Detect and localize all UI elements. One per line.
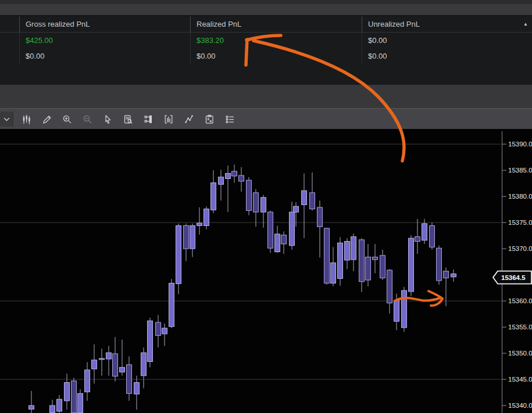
- candle-body-up: [211, 183, 216, 210]
- candle: [148, 318, 153, 368]
- panel-title-bar: [0, 4, 532, 16]
- chart-panel-header: [0, 85, 532, 108]
- table-row[interactable]: $425.00$383.20$0.00: [0, 33, 532, 48]
- candle: [127, 357, 132, 401]
- object-list-button[interactable]: [222, 112, 237, 127]
- chart-canvas[interactable]: 15390.015385.015380.015375.015370.015360…: [0, 129, 532, 413]
- candle: [324, 228, 330, 285]
- candle: [141, 347, 147, 388]
- script-formula-button[interactable]: [202, 112, 217, 127]
- axis-tick-label: 15385.0: [508, 167, 532, 174]
- table-gutter: [0, 16, 19, 32]
- polyline-tool-button[interactable]: [181, 112, 197, 127]
- candle: [72, 378, 77, 413]
- candle: [176, 224, 181, 295]
- window-top-strip: [0, 0, 532, 4]
- candle-body-down: [253, 193, 259, 212]
- candle-body-up: [219, 177, 224, 185]
- candle: [85, 362, 90, 401]
- axis-tick-label: 15380.0: [508, 193, 532, 200]
- column-header-unrealized-pnl[interactable]: Unrealized PnL▲: [362, 16, 532, 32]
- candle-body-up: [345, 242, 350, 260]
- candle: [268, 210, 273, 253]
- zoom-in-icon: [62, 114, 72, 124]
- candle: [317, 200, 323, 257]
- zoom-in-button[interactable]: [59, 112, 74, 127]
- candle: [99, 349, 105, 376]
- candle-body-up: [294, 206, 299, 212]
- volume-bars-icon: [164, 114, 174, 124]
- candle-body-up: [290, 212, 295, 246]
- candle: [331, 247, 336, 286]
- candle-body-up: [451, 274, 456, 276]
- object-list-icon: [225, 114, 235, 124]
- column-header-gross-realized-pnl[interactable]: Gross realized PnL: [19, 16, 190, 32]
- draw-pencil-icon: [42, 114, 52, 124]
- candle-body-up: [120, 367, 125, 372]
- axis-tick-label: 15370.0: [508, 245, 532, 252]
- data-window-icon: [123, 114, 133, 124]
- small-orange-arrow: [429, 291, 442, 299]
- candle: [226, 166, 231, 212]
- axis-tick-label: 15355.0: [508, 324, 532, 331]
- candle: [156, 315, 161, 347]
- candle: [387, 269, 392, 314]
- candle: [219, 170, 224, 200]
- candle: [380, 250, 385, 280]
- cursor-pointer-icon: [103, 114, 113, 124]
- candle: [106, 346, 112, 376]
- candle-body-down: [127, 365, 132, 394]
- pnl-value-cell: $0.00: [362, 48, 532, 64]
- candle-body-up: [162, 328, 167, 334]
- candle: [253, 189, 259, 227]
- pnl-value-cell: $425.00: [19, 33, 190, 48]
- candle-body-down: [317, 207, 323, 227]
- candle-body-up: [78, 393, 83, 412]
- candle-body-down: [373, 257, 378, 260]
- candle: [65, 374, 70, 410]
- cursor-pointer-button[interactable]: [100, 112, 115, 127]
- candle-body-down: [113, 354, 118, 376]
- candle-body-up: [402, 290, 407, 328]
- candle-body-up: [422, 224, 427, 240]
- candle-body-up: [99, 358, 105, 360]
- draw-pencil-button[interactable]: [39, 112, 54, 127]
- pnl-value-cell: $0.00: [362, 33, 532, 48]
- chevron-down-button[interactable]: [0, 112, 13, 127]
- candle-body-down: [72, 381, 77, 413]
- last-price-marker: 15364.5: [493, 271, 531, 284]
- column-header-realized-pnl[interactable]: Realized PnL: [190, 16, 362, 32]
- candle: [338, 237, 343, 286]
- candlestick-chart-type-button[interactable]: [19, 112, 34, 127]
- candle: [409, 235, 414, 296]
- candle: [345, 238, 350, 269]
- candle-body-down: [156, 322, 161, 336]
- volume-bars-button[interactable]: [161, 112, 176, 127]
- candle: [247, 177, 252, 216]
- dom-ladder-button[interactable]: [141, 112, 156, 127]
- candle-body-up: [302, 191, 307, 204]
- axis-tick-label: 15360.0: [508, 297, 532, 304]
- table-row[interactable]: $0.00$0.00$0.00: [0, 48, 532, 64]
- candle: [113, 337, 118, 382]
- data-window-button[interactable]: [120, 112, 135, 127]
- candle-body-down: [232, 171, 237, 176]
- candle-body-up: [197, 223, 202, 226]
- candle: [120, 340, 125, 376]
- sort-ascending-icon: ▲: [523, 16, 528, 32]
- candlestick-chart[interactable]: 15390.015385.015380.015375.015370.015360…: [0, 129, 532, 413]
- pnl-table: Gross realized PnLRealized PnLUnrealized…: [0, 16, 532, 85]
- script-formula-icon: [205, 114, 215, 124]
- candle: [373, 244, 378, 273]
- candle-body-up: [261, 197, 266, 212]
- candle: [351, 234, 356, 271]
- candle: [437, 246, 442, 285]
- candle-body-up: [351, 236, 356, 260]
- candle: [275, 226, 280, 253]
- candle: [359, 238, 365, 292]
- candle: [366, 244, 371, 286]
- candle-body-up: [65, 383, 70, 401]
- candle-body-up: [148, 321, 153, 361]
- candle-body-down: [366, 257, 371, 281]
- candle-body-down: [324, 228, 330, 283]
